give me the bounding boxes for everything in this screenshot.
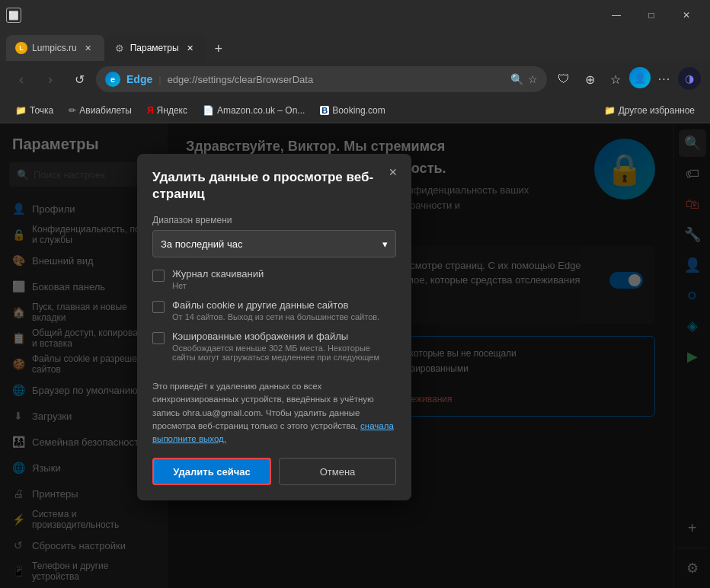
more-menu-icon[interactable]: ··· [652,67,676,91]
bookmark-amazon-label: Amazon.co.uk – On... [217,105,305,116]
checkbox-cache[interactable] [152,332,165,344]
checkboxes-container: Журнал скачиваний Нет Файлы cookie и дру… [152,268,396,371]
favorites-star-icon[interactable]: ☆ [603,67,628,91]
minimize-button[interactable]: — [599,3,634,27]
refresh-button[interactable]: ↺ [67,67,91,91]
copilot-icon[interactable]: ◑ [678,67,701,90]
profile-icon[interactable]: 👤 [629,67,651,88]
bookmark-avia[interactable]: ✏ Авиабилеты [62,101,138,120]
checkbox-item-cache: Кэшированные изображения и файлы Освобож… [152,331,393,362]
bookmark-other[interactable]: 📁 Другое избранное [598,101,701,120]
checkbox-cookies-content: Файлы cookie и другие данные сайтов От 1… [172,299,379,321]
content-area: Параметры 🔍 Поиск настроек 👤 Профили 🔒 К… [0,123,710,588]
window-icon: ⬜ [6,8,21,23]
address-url: edge://settings/clearBrowserData [168,74,313,85]
checkbox-item-downloads: Журнал скачиваний Нет [152,268,393,290]
checkbox-cookies-desc: От 14 сайтов. Выход из сети на большинст… [172,312,379,321]
modal-close-button[interactable]: ✕ [384,163,402,181]
modal-actions: Удалить сейчас Отмена [152,458,396,485]
tab-lumpics[interactable]: L Lumpics.ru ✕ [6,35,104,61]
checkbox-cache-label: Кэшированные изображения и файлы [172,331,393,342]
checkbox-downloads-label: Журнал скачиваний [172,268,264,280]
bookmark-tochka-label: Точка [30,105,53,116]
checkbox-cookies-label: Файлы cookie и другие данные сайтов [172,299,379,311]
bookmark-other-folder-icon: 📁 [604,105,616,116]
bookmarks-bar: 📁 Точка ✏ Авиабилеты Я Яндекс 📄 Amazon.c… [0,97,710,123]
back-button[interactable]: ‹ [9,67,34,91]
bookmark-amazon[interactable]: 📄 Amazon.co.uk – On... [197,101,311,120]
tabs-bar: L Lumpics.ru ✕ ⚙ Параметры ✕ + [0,30,710,61]
tab-settings[interactable]: ⚙ Параметры ✕ [104,35,206,61]
checkbox-downloads-desc: Нет [172,281,264,290]
address-separator: | [158,74,161,85]
modal-overlay: ✕ Удалить данные о просмотре веб-страниц… [0,123,710,588]
shield-icon[interactable]: 🛡 [552,67,576,91]
checkbox-downloads[interactable] [152,270,165,282]
bookmark-pencil-icon: ✏ [69,105,76,116]
bookmark-other-label: Другое избранное [619,105,695,116]
checkbox-downloads-content: Журнал скачиваний Нет [172,268,264,290]
edge-logo-icon: e [105,72,120,87]
cancel-button[interactable]: Отмена [279,458,396,485]
clear-data-modal: ✕ Удалить данные о просмотре веб-страниц… [137,154,411,500]
bookmark-tochka[interactable]: 📁 Точка [9,101,59,120]
tab-favicon-settings: ⚙ [114,42,126,54]
time-range-label: Диапазон времени [152,215,396,225]
bookmark-booking[interactable]: B Booking.com [314,101,391,120]
collections-icon[interactable]: ⊕ [577,67,602,91]
title-bar: ⬜ — □ ✕ [0,0,710,30]
bookmark-yandex-label: Яндекс [157,105,187,116]
nav-bar: ‹ › ↺ e Edge | edge://settings/clearBrow… [0,61,710,97]
modal-notice: Это приведёт к удалению данных со всех с… [152,380,396,446]
checkbox-item-cookies: Файлы cookie и другие данные сайтов От 1… [152,299,393,321]
address-search-icon[interactable]: 🔍 [510,73,523,85]
dropdown-arrow-icon: ▾ [382,238,388,250]
tab-favicon-lumpics: L [15,42,27,54]
window-controls: — □ ✕ [599,3,704,27]
time-range-value: За последний час [161,238,242,250]
bookmark-doc-icon: 📄 [203,105,214,116]
bookmark-booking-label: Booking.com [332,105,385,116]
bookmark-booking-icon: B [320,106,329,115]
tab-label-settings: Параметры [130,43,179,53]
bookmark-yandex-icon: Я [147,105,154,116]
delete-now-button[interactable]: Удалить сейчас [152,458,271,485]
tab-label-lumpics: Lumpics.ru [32,43,77,53]
close-button[interactable]: ✕ [669,3,704,27]
address-brand: Edge [126,73,152,85]
address-favorites-icon[interactable]: ☆ [528,73,538,85]
modal-title: Удалить данные о просмотре веб-страниц [152,169,396,203]
tab-close-lumpics[interactable]: ✕ [82,41,95,55]
checkbox-cookies[interactable] [152,301,165,313]
tab-close-settings[interactable]: ✕ [184,41,197,55]
maximize-button[interactable]: □ [634,3,669,27]
time-range-select[interactable]: За последний час ▾ [152,230,396,257]
checkbox-cache-content: Кэшированные изображения и файлы Освобож… [172,331,393,362]
address-bar[interactable]: e Edge | edge://settings/clearBrowserDat… [96,66,547,92]
checkbox-cache-desc: Освобождается меньше 302 МБ места. Некот… [172,344,393,362]
new-tab-button[interactable]: + [206,37,231,61]
address-actions: 🔍 ☆ [510,73,538,85]
forward-button[interactable]: › [38,67,62,91]
bookmark-avia-label: Авиабилеты [79,105,132,116]
bookmark-folder-icon: 📁 [15,105,27,116]
bookmark-yandex[interactable]: Я Яндекс [141,101,193,120]
nav-toolbar-icons: 🛡 ⊕ ☆ 👤 ··· ◑ [552,67,701,91]
